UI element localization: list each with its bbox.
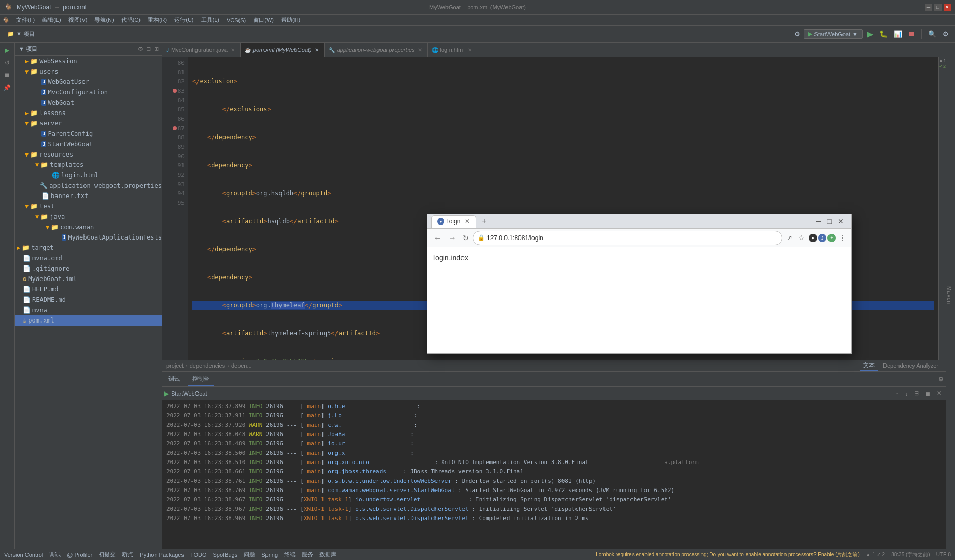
menu-nav[interactable]: 导航(N) [91, 15, 117, 25]
tree-item-java[interactable]: ▼ 📁 java [15, 212, 162, 222]
tab-pomxml[interactable]: ☕ pom.xml (MyWebGoat) ✕ [241, 43, 325, 57]
browser-url-input[interactable] [487, 234, 778, 242]
tree-item-lessons[interactable]: ▶ 📁 lessons [15, 108, 162, 118]
pin-btn[interactable]: 📌 [2, 82, 13, 93]
menu-run[interactable]: 运行(U) [171, 15, 196, 25]
status-todo[interactable]: TODO [190, 552, 207, 558]
menu-refactor[interactable]: 重构(R) [145, 15, 170, 25]
browser-tab-close[interactable]: ✕ [464, 218, 471, 225]
tab-mvcconfiguration[interactable]: J MvcConfiguration.java ✕ [162, 43, 241, 57]
tab-text[interactable]: 文本 [860, 360, 878, 371]
sidebar-collapse-btn[interactable]: ⊟ [145, 45, 152, 53]
profile-btn[interactable]: 📊 [892, 29, 904, 39]
console-tab-debug[interactable]: 调试 [164, 373, 184, 386]
tree-item-apptest[interactable]: J MyWebGoatApplicationTests [15, 232, 162, 243]
tree-item-users[interactable]: ▼ 📁 users [15, 66, 162, 77]
breadcrumb-depen[interactable]: depen... [231, 362, 252, 369]
search-btn[interactable]: 🔍 [926, 29, 938, 39]
minimize-btn[interactable]: ─ [925, 4, 932, 11]
console-settings-btn[interactable]: ⚙ [938, 376, 944, 383]
close-btn[interactable]: ✕ [944, 4, 951, 11]
status-terminal[interactable]: 终端 [284, 551, 296, 558]
browser-minimize-btn[interactable]: ─ [813, 216, 824, 227]
tree-item-webgoat[interactable]: J WebGoat [15, 97, 162, 108]
sidebar-expand-btn[interactable]: ⊞ [153, 45, 160, 53]
debug-btn[interactable]: 🐛 [877, 29, 890, 39]
console-down-btn[interactable]: ↓ [903, 389, 910, 398]
tab-close-mvc[interactable]: ✕ [230, 47, 236, 53]
menu-window[interactable]: 窗口(W) [250, 15, 277, 25]
sidebar-settings-btn[interactable]: ⚙ [137, 45, 144, 53]
tree-item-resources[interactable]: ▼ 📁 resources [15, 149, 162, 160]
tree-item-mvnw[interactable]: 📄 mvnw [15, 305, 162, 315]
project-toggle-btn[interactable]: 📁 ▼ 项目 [4, 29, 38, 39]
console-close-btn[interactable]: ✕ [935, 389, 944, 398]
tree-item-mvcconfiguration[interactable]: J MvcConfiguration [15, 87, 162, 97]
status-spotbugs[interactable]: SpotBugs [213, 552, 238, 558]
tree-item-websession[interactable]: ▶ 📁 WebSession [15, 56, 162, 66]
status-services[interactable]: 服务 [302, 551, 313, 558]
tree-item-test[interactable]: ▼ 📁 test [15, 201, 162, 212]
tree-item-gitignore[interactable]: 📄 .gitignore [15, 263, 162, 274]
breadcrumb-dependencies[interactable]: dependencies [190, 362, 226, 369]
browser-close-btn[interactable]: ✕ [835, 216, 847, 227]
browser-tab-active[interactable]: ● loign ✕ [431, 215, 476, 228]
browser-forward-btn[interactable]: → [446, 231, 458, 245]
tree-item-templates[interactable]: ▼ 📁 templates [15, 160, 162, 170]
run-btn[interactable]: ▶ [865, 28, 875, 40]
status-issues[interactable]: 问题 [244, 551, 255, 558]
tree-item-pomxml[interactable]: ☕ pom.xml [15, 315, 162, 326]
status-git[interactable]: 初提交 [99, 551, 116, 558]
run-config-selector[interactable]: ▶ StartWebGoat ▼ [804, 29, 863, 39]
settings-gear-btn[interactable]: ⚙ [940, 29, 951, 39]
tree-item-comwanan[interactable]: ▼ 📁 com.wanan [15, 222, 162, 232]
status-data[interactable]: 数据库 [319, 551, 336, 558]
tree-item-mvnwcmd[interactable]: 📄 mvnw.cmd [15, 253, 162, 263]
menu-code[interactable]: 代码(C) [118, 15, 144, 25]
stop-small-btn[interactable]: ⏹ [2, 69, 13, 81]
maximize-btn[interactable]: □ [934, 4, 942, 11]
status-version-control[interactable]: Version Control [4, 552, 43, 558]
menu-edit[interactable]: 编辑(E) [39, 15, 64, 25]
browser-back-btn[interactable]: ← [431, 231, 444, 245]
console-up-btn[interactable]: ↑ [894, 389, 901, 398]
status-debug[interactable]: 调试 [49, 551, 61, 558]
tree-item-iml[interactable]: ⚙ MyWebGoat.iml [15, 274, 162, 284]
browser-menu-btn[interactable]: ⋮ [838, 233, 847, 243]
tree-item-readmemd[interactable]: 📄 README.md [15, 295, 162, 305]
breadcrumb-project[interactable]: project [166, 362, 184, 369]
tab-dependency-analyzer[interactable]: Dependency Analyzer [880, 361, 942, 370]
tab-loginhtml[interactable]: 🌐 login.html ✕ [428, 43, 478, 57]
browser-share-btn[interactable]: ↗ [784, 232, 794, 244]
tab-appprops[interactable]: 🔧 application-webgoat.properties ✕ [325, 43, 428, 57]
menu-help[interactable]: 帮助(H) [278, 15, 303, 25]
run-gutter-btn[interactable]: ▶ [2, 45, 13, 56]
status-annotation-warning[interactable]: Lombok requires enabled annotation proce… [596, 551, 860, 558]
tree-item-helpmd[interactable]: 📄 HELP.md [15, 284, 162, 295]
tab-close-pom[interactable]: ✕ [314, 47, 320, 53]
menu-vcs[interactable]: VCS(S) [223, 15, 249, 25]
settings-btn[interactable]: ⚙ [793, 29, 802, 39]
tab-close-login[interactable]: ✕ [467, 47, 473, 53]
status-python[interactable]: Python Packages [139, 552, 184, 558]
stop-btn[interactable]: ⏹ [906, 29, 917, 39]
menu-file[interactable]: 文件(F) [13, 15, 38, 25]
tree-item-loginhtml[interactable]: 🌐 login.html [15, 170, 162, 180]
tree-item-target[interactable]: ▶ 📁 target [15, 243, 162, 253]
status-spring[interactable]: Spring [261, 552, 278, 558]
tree-item-parentconfig[interactable]: J ParentConfig [15, 129, 162, 139]
menu-view[interactable]: 视图(V) [65, 15, 91, 25]
browser-maximize-btn[interactable]: □ [824, 216, 835, 227]
tab-close-props[interactable]: ✕ [417, 47, 423, 53]
tree-item-server[interactable]: ▼ 📁 server [15, 118, 162, 129]
tree-item-startwebgoat[interactable]: J StartWebGoat [15, 139, 162, 149]
console-tab-console[interactable]: 控制台 [188, 373, 214, 386]
tree-item-appprops[interactable]: 🔧 application-webgoat.properties [15, 180, 162, 191]
status-profiler[interactable]: @ Profiler [67, 552, 92, 558]
tree-item-bannertxt[interactable]: 📄 banner.txt [15, 191, 162, 201]
rerun-btn[interactable]: ↺ [2, 57, 13, 68]
browser-window[interactable]: ● loign ✕ + ─ □ ✕ ← → ↻ 🔒 ↗ ☆ [427, 214, 852, 354]
console-filter-btn[interactable]: ⊟ [912, 389, 921, 398]
browser-new-tab-btn[interactable]: + [479, 217, 489, 226]
console-log-content[interactable]: 2022-07-03 16:23:37.899 INFO 26196 --- [… [162, 400, 946, 537]
